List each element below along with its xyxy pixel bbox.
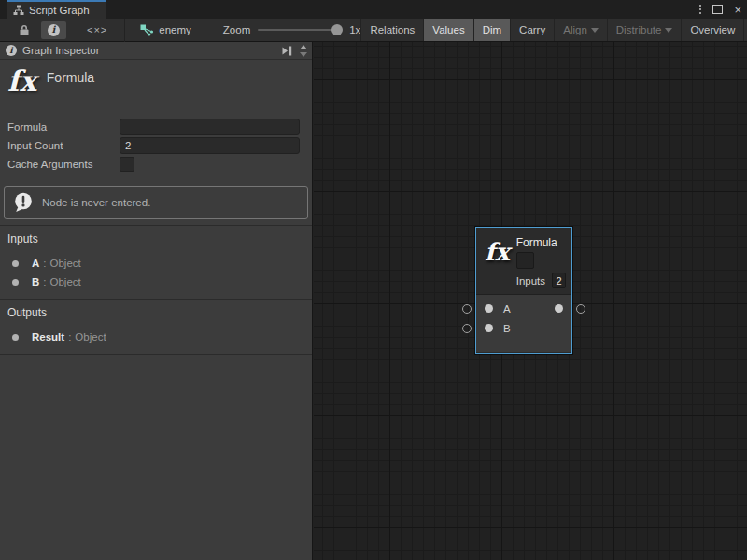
inputs-section-title: Inputs xyxy=(7,232,304,245)
cache-arguments-label: Cache Arguments xyxy=(7,159,120,170)
port-name: B xyxy=(32,276,39,287)
tab-label: Script Graph xyxy=(29,5,90,16)
inspector-node-title: Formula xyxy=(47,70,94,85)
toolbar-left-group: i <×> enemy Zoom xyxy=(0,19,360,41)
tab-script-graph[interactable]: Script Graph xyxy=(7,0,106,19)
align-label: Align xyxy=(563,24,587,35)
node-inputs-count-field[interactable]: 2 xyxy=(552,273,566,288)
outputs-section-title: Outputs xyxy=(7,306,304,319)
formula-node-header: fx Formula Inputs 2 xyxy=(476,228,571,294)
panel-scroll-spinner[interactable] xyxy=(297,43,310,59)
chevron-down-icon xyxy=(665,28,672,33)
port-type: Object xyxy=(50,258,81,269)
window-maximize-icon[interactable] xyxy=(712,5,723,14)
toolbar-right-group: Relations Values Dim Carry Align Distrib… xyxy=(360,19,747,41)
info-icon: i xyxy=(6,45,17,56)
window-controls: × xyxy=(699,0,741,19)
port-type: Object xyxy=(50,276,81,287)
input-port-b-icon[interactable] xyxy=(485,324,493,332)
graph-canvas[interactable]: fx Formula Inputs 2 A xyxy=(314,42,747,560)
port-name: A xyxy=(32,258,39,269)
port-dot-icon xyxy=(12,260,19,267)
dim-button[interactable]: Dim xyxy=(473,19,510,41)
zoom-slider[interactable] xyxy=(258,29,342,31)
fullscreen-button[interactable]: Full Screen xyxy=(743,19,747,41)
values-button[interactable]: Values xyxy=(423,19,472,41)
node-title: Formula xyxy=(516,237,566,249)
window-menu-icon[interactable] xyxy=(699,5,701,14)
zoom-slider-handle[interactable] xyxy=(331,24,343,35)
input-port-b-outer-ring[interactable] xyxy=(462,324,472,333)
overview-button[interactable]: Overview xyxy=(681,19,743,41)
port-separator: : xyxy=(43,276,46,287)
cache-arguments-checkbox[interactable] xyxy=(120,157,134,172)
port-separator: : xyxy=(68,331,71,343)
graph-asset-icon xyxy=(140,24,154,36)
formula-fx-icon: fx xyxy=(485,239,510,294)
inspector-header-title: Graph Inspector xyxy=(22,45,99,56)
section-divider xyxy=(0,354,312,355)
distribute-dropdown: Distribute xyxy=(607,19,682,41)
edit-script-button[interactable]: <×> xyxy=(87,24,107,35)
warning-text: Node is never entered. xyxy=(42,197,150,208)
formula-input[interactable] xyxy=(120,119,300,135)
graph-toolbar: i <×> enemy Zoom xyxy=(0,19,747,42)
node-port-row-a: A xyxy=(476,299,571,318)
output-port-row-result: Result : Object xyxy=(7,328,304,346)
input-count-row: Input Count xyxy=(7,136,300,155)
formula-fx-icon: fx xyxy=(7,65,36,97)
zoom-label: Zoom xyxy=(223,24,250,35)
align-dropdown: Align xyxy=(554,19,607,41)
port-type: Object xyxy=(75,331,106,343)
input-count-label: Input Count xyxy=(7,140,120,151)
node-formula-field[interactable] xyxy=(516,252,534,269)
tab-bar: Script Graph × xyxy=(0,0,747,20)
chevron-down-icon xyxy=(591,28,599,33)
warning-bubble-icon xyxy=(12,191,35,214)
graph-breadcrumb[interactable]: enemy xyxy=(140,24,191,36)
formula-node[interactable]: fx Formula Inputs 2 A xyxy=(475,227,572,354)
input-port-a-icon[interactable] xyxy=(485,304,493,313)
relations-button[interactable]: Relations xyxy=(360,19,423,41)
formula-node-body: A B xyxy=(476,295,571,343)
toolbar-separator xyxy=(124,19,125,42)
inspector-toggle-button[interactable]: i xyxy=(41,21,66,39)
zoom-value: 1x xyxy=(349,24,360,35)
inputs-section: Inputs A : Object B : Object xyxy=(0,226,312,293)
scroll-up-icon[interactable] xyxy=(300,45,307,49)
formula-field-row: Formula xyxy=(7,118,300,136)
warning-box: Node is never entered. xyxy=(4,186,308,219)
node-port-row-b: B xyxy=(476,318,571,338)
outputs-section: Outputs Result : Object xyxy=(0,300,312,348)
zoom-control: Zoom 1x xyxy=(223,24,361,35)
port-name: Result xyxy=(32,331,64,343)
formula-field-label: Formula xyxy=(7,121,120,133)
graph-inspector-panel: i Graph Inspector fx Formula xyxy=(0,42,313,560)
scroll-down-icon[interactable] xyxy=(300,52,307,57)
node-port-label: A xyxy=(503,303,511,315)
input-port-row-a: A : Object xyxy=(7,254,304,273)
cache-arguments-row: Cache Arguments xyxy=(7,155,300,174)
output-port-result-icon[interactable] xyxy=(555,304,563,313)
graph-name: enemy xyxy=(159,24,191,35)
window-close-icon[interactable]: × xyxy=(734,4,741,16)
script-graph-window: Script Graph × i <×> xyxy=(0,0,747,560)
node-port-label: B xyxy=(503,323,511,334)
node-inputs-label: Inputs xyxy=(516,275,545,287)
input-count-input[interactable] xyxy=(120,137,300,154)
graph-hierarchy-icon xyxy=(13,5,24,16)
dock-panel-icon[interactable] xyxy=(281,46,293,56)
node-footer xyxy=(476,343,571,352)
carry-button[interactable]: Carry xyxy=(510,19,554,41)
inspector-header: i Graph Inspector xyxy=(0,42,312,60)
port-dot-icon xyxy=(12,334,19,341)
port-dot-icon xyxy=(12,279,19,286)
lock-icon[interactable] xyxy=(19,24,30,36)
distribute-label: Distribute xyxy=(616,24,662,35)
output-port-result-outer-ring[interactable] xyxy=(576,304,585,314)
input-port-a-outer-ring[interactable] xyxy=(462,304,472,314)
node-fields: Formula Input Count Cache Arguments xyxy=(0,110,312,175)
node-title-block: fx Formula xyxy=(0,60,312,110)
port-separator: : xyxy=(43,258,46,269)
input-port-row-b: B : Object xyxy=(7,273,304,291)
